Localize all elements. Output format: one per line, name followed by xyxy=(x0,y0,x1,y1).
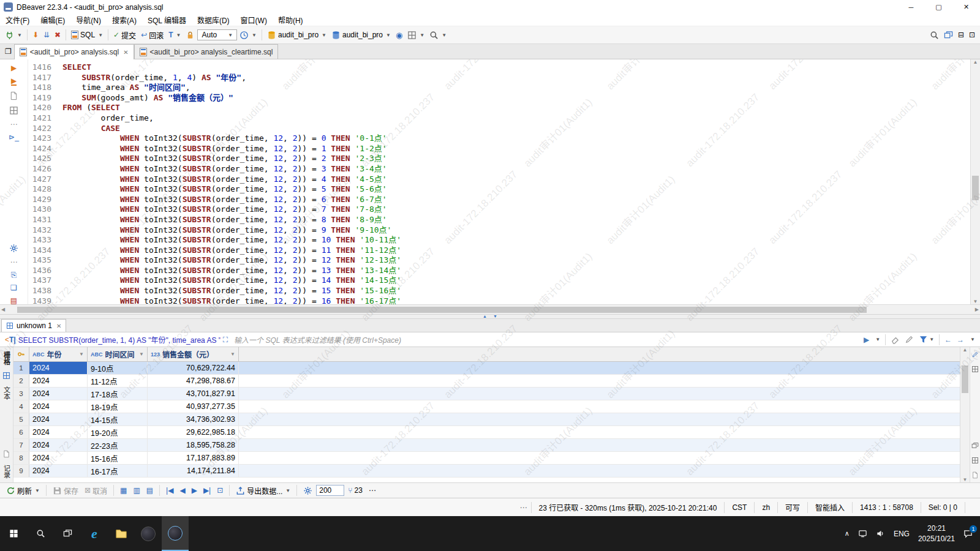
execute-script-icon[interactable]: ▶ xyxy=(11,77,17,86)
grid-row[interactable]: 3202417-18点43,701,827.91 xyxy=(13,388,960,400)
restore-panel-icon[interactable]: ❐ xyxy=(2,46,14,57)
scrollbar-thumb[interactable] xyxy=(972,176,979,200)
more-icon[interactable]: ⋯ xyxy=(10,258,18,266)
file-explorer-button[interactable] xyxy=(108,516,135,551)
rollback-button[interactable]: ↩回滚 xyxy=(138,29,166,42)
export-data-button[interactable]: 导出数据...▼ xyxy=(233,484,293,497)
column-filter-icon[interactable]: ▼ xyxy=(79,351,84,357)
timezone-status[interactable]: CST xyxy=(724,502,754,513)
expand-filter-icon[interactable]: ⛶ xyxy=(223,335,228,344)
add-row-icon[interactable]: ▦ xyxy=(118,485,129,496)
locale-status[interactable]: zh xyxy=(754,502,777,513)
refresh-button[interactable]: 刷新▼ xyxy=(4,484,42,497)
first-row-icon[interactable]: |◀ xyxy=(164,485,176,496)
grid-cell[interactable]: 2024 xyxy=(29,413,88,425)
grid-cell[interactable]: 9-10点 xyxy=(88,362,148,374)
minimize-button[interactable]: ─ xyxy=(897,0,925,14)
grid-cell[interactable]: 2024 xyxy=(29,362,88,374)
grid-row[interactable]: 5202414-15点34,736,302.93 xyxy=(13,413,960,426)
grid-cell[interactable]: 70,629,722.44 xyxy=(148,362,239,374)
nav-back-icon[interactable]: ← xyxy=(942,335,954,344)
side-tab-text[interactable]: 文本 xyxy=(2,384,12,402)
ie-button[interactable]: e xyxy=(81,516,108,551)
row-number[interactable]: 8 xyxy=(13,452,29,464)
menu-navigate[interactable]: 导航(N) xyxy=(70,13,107,26)
column-filter-icon[interactable]: ▼ xyxy=(139,351,144,357)
taskbar-clock[interactable]: 20:21 2025/10/21 xyxy=(918,523,955,543)
grid-cell[interactable]: 16-17点 xyxy=(88,465,148,477)
scroll-down-icon[interactable]: ▼ xyxy=(960,477,970,482)
scroll-up-icon[interactable]: ▲ xyxy=(971,59,980,65)
row-number[interactable]: 6 xyxy=(13,426,29,438)
key-column-header[interactable] xyxy=(13,347,29,361)
grid-row[interactable]: 4202418-19点40,937,277.35 xyxy=(13,400,960,413)
grid-cell[interactable]: 19-20点 xyxy=(88,426,148,438)
delete-row-icon[interactable]: ▤ xyxy=(144,485,156,496)
tab-close-icon[interactable]: ✕ xyxy=(56,323,61,329)
nav-menu-icon[interactable]: ▼ xyxy=(967,337,978,342)
grid-cell[interactable]: 2024 xyxy=(29,439,88,451)
scroll-down-icon[interactable]: ▼ xyxy=(971,299,980,304)
more-actions-icon[interactable]: ⋯ xyxy=(10,121,18,128)
grid-cell[interactable]: 2024 xyxy=(29,375,88,387)
last-row-icon[interactable]: ▶| xyxy=(201,485,213,496)
maximize-button[interactable]: ▢ xyxy=(925,0,952,14)
nav-forward-icon[interactable]: → xyxy=(954,335,967,344)
toolbar-search-button[interactable]: ▼ xyxy=(427,29,449,41)
sync-button[interactable]: ⇊ xyxy=(41,29,52,40)
schema-selector[interactable]: audit_bi_pro▼ xyxy=(329,29,393,41)
perspective-button[interactable] xyxy=(941,29,956,41)
filter-sql-text[interactable]: SELECT SUBSTR(order_time, 1, 4) AS "年份",… xyxy=(18,334,221,345)
grid-cell[interactable]: 29,622,985.18 xyxy=(148,426,239,438)
fetch-size-input[interactable] xyxy=(316,485,344,496)
row-count-button[interactable]: ⑂23 xyxy=(345,485,365,496)
apply-filter-button[interactable]: ▶ xyxy=(861,335,872,344)
grid-cell[interactable]: 43,701,827.91 xyxy=(148,388,239,400)
collapse-down-icon[interactable]: ▼ xyxy=(493,315,497,318)
editor-vertical-scrollbar[interactable]: ▲ ▼ xyxy=(970,59,980,304)
duplicate-row-icon[interactable]: ▥ xyxy=(130,485,142,496)
history-button[interactable]: ▼ xyxy=(237,29,259,41)
grid-cell[interactable]: 40,937,277.35 xyxy=(148,400,239,413)
grid-cell[interactable]: 2024 xyxy=(29,452,88,464)
next-row-icon[interactable]: ▶ xyxy=(189,485,200,496)
row-number[interactable]: 3 xyxy=(13,388,29,400)
goto-row-icon[interactable]: ⊡ xyxy=(214,485,225,496)
task-view-button[interactable] xyxy=(54,516,81,551)
grid-settings-button[interactable] xyxy=(301,485,315,497)
column-header-year[interactable]: ABC年份▼ xyxy=(29,347,88,361)
grid-cell[interactable]: 15-16点 xyxy=(88,452,148,464)
connection-selector[interactable]: audit_bi_pro▼ xyxy=(265,29,329,41)
column-header-amount[interactable]: 123销售金额（元）▼ xyxy=(148,347,239,361)
grid-cell[interactable]: 11-12点 xyxy=(88,375,148,387)
grid-row[interactable]: 120249-10点70,629,722.44 xyxy=(13,362,960,375)
copy-doc-icon[interactable]: ❏ xyxy=(10,284,17,291)
grid-cell[interactable]: 47,298,788.67 xyxy=(148,375,239,387)
menu-file[interactable]: 文件(F) xyxy=(0,13,35,26)
filter-placeholder[interactable]: 输入一个 SQL 表达式来过滤结果 (使用 Ctrl+Space) xyxy=(234,334,861,345)
menu-search[interactable]: 搜索(A) xyxy=(107,13,142,26)
grid-cell[interactable]: 17,187,883.89 xyxy=(148,452,239,464)
editor-tab-analysis-cleartime[interactable]: <audit_bi_pro> analysis_cleartime.sql xyxy=(134,44,279,59)
grid-cell[interactable]: 2024 xyxy=(29,400,88,413)
editor-tab-analysis[interactable]: <audit_bi_pro> analysis.sql ✕ xyxy=(14,44,134,59)
input-language-indicator[interactable]: ENG xyxy=(894,530,910,538)
dbeaver-taskbar-button[interactable] xyxy=(162,516,189,551)
grid-cell[interactable]: 2024 xyxy=(29,388,88,400)
down-arrow-button[interactable]: ⬇ xyxy=(30,29,41,40)
row-number[interactable]: 5 xyxy=(13,413,29,425)
filter-history-dropdown[interactable]: ▼ xyxy=(872,337,883,342)
script-file-icon[interactable] xyxy=(9,91,18,100)
row-number[interactable]: 7 xyxy=(13,439,29,451)
taskbar-search-button[interactable] xyxy=(27,516,54,551)
code-area[interactable]: 1416SELECT1417 SUBSTR(order_time, 1, 4) … xyxy=(28,59,970,304)
edit-value-icon[interactable] xyxy=(971,351,979,358)
row-number[interactable]: 1 xyxy=(13,362,29,374)
statusbar-overflow-icon[interactable]: ⋯ xyxy=(516,503,531,512)
value-panel-icon[interactable] xyxy=(971,471,979,479)
grid-panel-icon[interactable] xyxy=(971,365,979,373)
network-button[interactable]: ◉ xyxy=(393,29,405,41)
save-button[interactable]: 保存 xyxy=(50,484,81,497)
execute-statement-icon[interactable]: ▶ xyxy=(11,64,17,72)
scrollbar-thumb[interactable] xyxy=(962,365,968,393)
